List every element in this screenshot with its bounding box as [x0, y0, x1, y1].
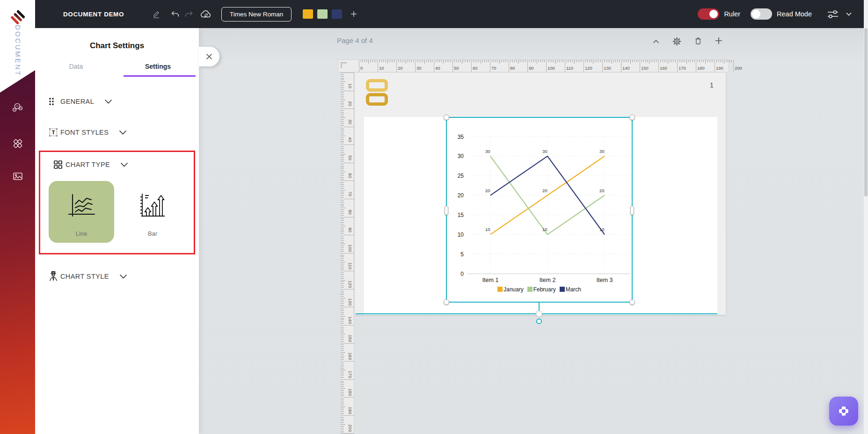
svg-text:0: 0 — [460, 271, 464, 277]
toggle-knob — [752, 10, 760, 18]
close-icon — [205, 53, 213, 60]
undo-icon[interactable] — [168, 7, 182, 21]
line-chart-plot: 05101520253035Item 1Item 2Item 310203030… — [447, 118, 634, 304]
section-label: GENERAL — [60, 98, 94, 105]
panel-close-button[interactable] — [199, 47, 219, 66]
svg-text:10: 10 — [458, 231, 464, 238]
theme-swatches — [303, 9, 342, 19]
line-chart-icon — [66, 181, 97, 230]
read-mode-label: Read Mode — [777, 10, 812, 18]
image-icon[interactable] — [11, 169, 25, 183]
resize-handle-top-left[interactable] — [444, 115, 449, 120]
page-scrollbar[interactable] — [864, 0, 868, 434]
svg-text:10: 10 — [599, 227, 605, 232]
chevron-down-icon[interactable] — [120, 162, 128, 167]
ruler-corner-icon — [340, 61, 348, 72]
swatch-yellow[interactable] — [303, 9, 313, 19]
document-canvas: Page 4 of 4 — [199, 28, 868, 434]
logo-bar-top — [366, 79, 388, 92]
chart-legend: JanuaryFebruaryMarch — [447, 286, 632, 293]
swatch-navy[interactable] — [332, 9, 342, 19]
gear-icon[interactable] — [671, 35, 683, 47]
toggle-knob — [709, 10, 718, 18]
svg-text:15: 15 — [458, 212, 464, 218]
section-general[interactable]: GENERAL — [35, 95, 199, 108]
chevron-down-icon[interactable] — [104, 99, 112, 104]
sliders-icon[interactable] — [826, 7, 840, 21]
svg-text:Item 2: Item 2 — [540, 277, 556, 283]
svg-text:10: 10 — [542, 227, 547, 232]
section-label: FONT STYLES — [60, 129, 109, 136]
top-toolbar: DOCUMENT DEMO Times New Roman — [35, 0, 868, 28]
drag-dots-icon — [48, 97, 60, 106]
svg-text:O: O — [16, 105, 18, 108]
swatch-green[interactable] — [317, 9, 328, 19]
tab-settings[interactable]: Settings — [117, 63, 199, 77]
trash-icon[interactable] — [692, 35, 704, 47]
svg-text:30: 30 — [485, 149, 490, 154]
chevron-down-icon[interactable] — [842, 7, 856, 21]
read-mode-toggle[interactable] — [751, 8, 772, 20]
chevron-down-icon[interactable] — [119, 274, 127, 279]
logo-bar-bottom — [366, 93, 388, 106]
resize-handle-right[interactable] — [630, 206, 634, 215]
help-fab-button[interactable] — [829, 397, 858, 426]
chevron-down-icon[interactable] — [119, 130, 127, 135]
app-root: DOCUMENT O H H DOCUMENT — [0, 0, 868, 434]
collapse-up-icon[interactable] — [650, 36, 662, 48]
font-family-button[interactable]: Times New Roman — [221, 7, 292, 22]
svg-text:25: 25 — [458, 173, 464, 179]
svg-text:20: 20 — [542, 188, 547, 193]
option-label: Line — [76, 230, 88, 237]
svg-text:H: H — [14, 108, 15, 111]
svg-text:5: 5 — [460, 251, 464, 258]
edit-pencil-icon[interactable] — [149, 7, 163, 21]
page-logo — [366, 79, 388, 106]
horizontal-ruler[interactable]: 0102030405060708090100110120130140150160… — [338, 59, 729, 72]
svg-text:30: 30 — [542, 149, 547, 154]
svg-text:20: 20 — [458, 192, 464, 199]
resize-handle-bottom-right[interactable] — [629, 299, 635, 305]
section-font-styles[interactable]: T FONT STYLES — [35, 126, 199, 138]
shapes-icon[interactable] — [11, 137, 25, 151]
ruler-toggle-label: Ruler — [724, 10, 740, 18]
brand-vertical-text: DOCUMENT — [14, 25, 22, 77]
molecule-icon[interactable]: O H H — [11, 101, 25, 115]
svg-text:Item 1: Item 1 — [482, 277, 499, 283]
svg-text:T: T — [52, 130, 55, 135]
resize-handle-bottom-center[interactable] — [536, 311, 542, 317]
resize-handle-left[interactable] — [445, 206, 448, 215]
add-page-icon[interactable] — [713, 35, 725, 47]
redo-icon[interactable] — [182, 7, 196, 21]
tab-data[interactable]: Data — [35, 63, 117, 77]
selected-chart-object[interactable]: 05101520253035Item 1Item 2Item 310203030… — [446, 117, 633, 303]
document-title: DOCUMENT DEMO — [63, 11, 124, 18]
cloud-sync-icon[interactable] — [199, 7, 213, 21]
svg-text:10: 10 — [485, 227, 490, 232]
legend-item: February — [527, 286, 556, 293]
rotate-handle[interactable] — [536, 318, 542, 324]
panel-title: Chart Settings — [35, 41, 199, 51]
chart-type-option-line[interactable]: Line — [49, 181, 114, 243]
legend-swatch — [527, 287, 532, 292]
left-sidebar: DOCUMENT O H H — [0, 0, 35, 434]
legend-item: March — [560, 286, 581, 293]
chart-type-highlight-box: CHART TYPE — [39, 151, 195, 254]
svg-text:30: 30 — [599, 149, 605, 154]
svg-text:20: 20 — [599, 188, 605, 193]
svg-text:20: 20 — [485, 188, 490, 193]
page-indicator: Page 4 of 4 — [337, 36, 373, 44]
section-chart-style[interactable]: CHART STYLE — [35, 270, 199, 282]
svg-text:35: 35 — [458, 134, 464, 140]
add-swatch-icon[interactable] — [347, 7, 361, 21]
chart-type-option-bar[interactable]: Bar — [120, 181, 185, 243]
resize-handle-top-right[interactable] — [629, 115, 635, 120]
resize-handle-bottom-left[interactable] — [444, 299, 449, 305]
section-chart-type[interactable]: CHART TYPE — [40, 159, 194, 171]
ruler-toggle[interactable] — [698, 8, 719, 20]
legend-item: January — [497, 286, 524, 293]
vertical-ruler[interactable]: 1020304050607080901001101201301401501601… — [341, 72, 354, 434]
scrollbar-thumb[interactable] — [864, 28, 868, 196]
svg-text:H: H — [20, 107, 21, 109]
option-label: Bar — [148, 230, 157, 237]
